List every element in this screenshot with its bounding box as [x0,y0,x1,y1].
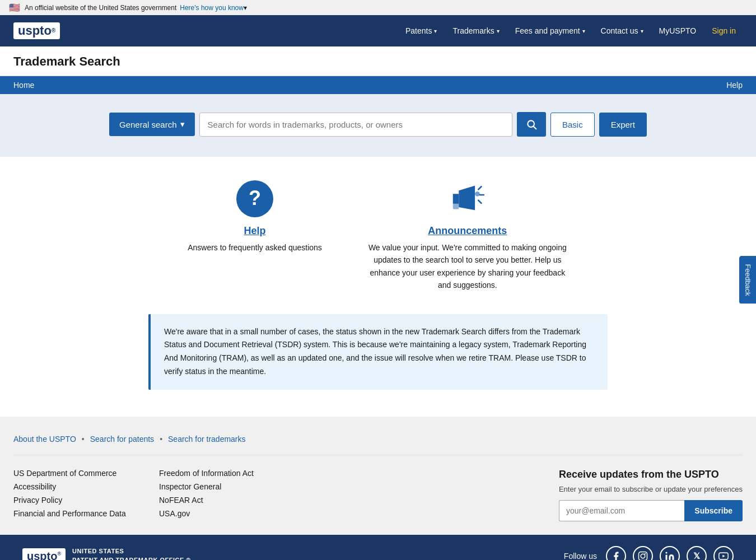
footer-col1: US Department of Commerce Accessibility … [13,469,137,521]
search-container: General search ▾ Basic Expert [109,112,647,137]
logo-wrap: uspto® [13,22,60,39]
fees-caret: ▾ [582,28,585,34]
subscribe-title: Receive updates from the USPTO [559,469,743,480]
search-area: General search ▾ Basic Expert [0,94,756,157]
uspto-logo[interactable]: uspto® [13,22,60,39]
subscribe-form: Subscribe [559,500,743,521]
patents-caret: ▾ [434,28,437,34]
nav-contact[interactable]: Contact us ▾ [594,22,650,40]
trademarks-caret: ▾ [497,28,500,34]
gov-banner-link[interactable]: Here's how you know [180,4,244,12]
basic-view-button[interactable]: Basic [550,113,595,137]
info-cards: ? Help Answers to frequently asked quest… [109,179,647,292]
footer: About the USPTO • Search for patents • S… [0,417,756,560]
footer-patents-link[interactable]: Search for patents [90,435,154,444]
svg-rect-6 [453,203,459,209]
footer-bottom: uspto® UNITED STATES PATENT AND TRADEMAR… [0,535,756,560]
help-icon-wrap: ? [188,179,322,218]
nav-links: Patents ▾ Trademarks ▾ Fees and payment … [399,22,743,40]
footer-col2: Freedom of Information Act Inspector Gen… [159,469,282,521]
svg-marker-4 [453,194,459,204]
notice-box: We're aware that in a small number of ca… [148,314,608,390]
footer-foia-link[interactable]: Freedom of Information Act [159,469,282,478]
svg-point-7 [475,192,480,197]
footer-logo: uspto® [22,548,66,560]
expert-view-button[interactable]: Expert [599,113,647,137]
top-nav: uspto® Patents ▾ Trademarks ▾ Fees and p… [0,15,756,46]
search-input[interactable] [199,113,512,137]
footer-inspector-link[interactable]: Inspector General [159,482,282,491]
svg-text:?: ? [249,186,261,209]
gov-banner-text: An official website of the United States… [25,4,176,12]
help-link[interactable]: Help [244,225,265,236]
instagram-icon[interactable] [633,546,653,560]
page-title-bar: Trademark Search [0,46,756,76]
svg-line-1 [534,127,536,129]
footer-accessibility-link[interactable]: Accessibility [13,482,137,491]
search-type-button[interactable]: General search ▾ [109,113,195,136]
svg-marker-5 [459,185,475,210]
gov-banner: 🇺🇸 An official website of the United Sta… [0,0,756,15]
search-type-label: General search [119,120,177,129]
footer-commerce-link[interactable]: US Department of Commerce [13,469,137,478]
subscribe-email-input[interactable] [559,500,684,521]
footer-middle: US Department of Commerce Accessibility … [13,469,743,521]
contact-caret: ▾ [641,28,643,34]
footer-trademarks-link[interactable]: Search for trademarks [168,435,246,444]
announcements-card: Announcements We value your input. We're… [367,179,568,292]
x-twitter-icon[interactable]: 𝕏 [687,546,707,560]
footer-logo-wrap: uspto® UNITED STATES PATENT AND TRADEMAR… [22,547,191,560]
announcements-icon-wrap [367,179,568,218]
svg-line-8 [478,186,481,189]
svg-line-10 [478,200,481,203]
social-links: Follow us 𝕏 [564,546,734,560]
nav-patents[interactable]: Patents ▾ [399,22,444,40]
announcements-description: We value your input. We're committed to … [367,241,568,292]
footer-logo-text: UNITED STATES PATENT AND TRADEMARK OFFIC… [72,547,191,560]
search-submit-button[interactable] [517,112,546,137]
breadcrumb-bar: Home Help [0,76,756,94]
announcements-icon [448,179,487,218]
nav-trademarks[interactable]: Trademarks ▾ [446,22,506,40]
svg-point-14 [666,552,668,553]
linkedin-icon[interactable] [660,546,680,560]
svg-point-13 [645,553,646,554]
footer-privacy-link[interactable]: Privacy Policy [13,496,137,505]
flag-icon: 🇺🇸 [9,2,20,13]
subscribe-description: Enter your email to subscribe or update … [559,485,743,493]
breadcrumb-home[interactable]: Home [13,81,34,90]
announcements-link[interactable]: Announcements [428,225,507,236]
nav-fees-payment[interactable]: Fees and payment ▾ [508,22,592,40]
nav-myuspto[interactable]: MyUSPTO [652,22,703,40]
page-title: Trademark Search [13,54,743,69]
youtube-icon[interactable] [713,546,734,560]
search-type-caret: ▾ [180,119,185,129]
footer-nav-links: About the USPTO • Search for patents • S… [13,435,246,444]
help-circle-icon: ? [235,179,274,218]
footer-nofear-link[interactable]: NoFEAR Act [159,496,282,505]
footer-usagov-link[interactable]: USA.gov [159,509,282,518]
facebook-icon[interactable] [606,546,626,560]
footer-sep-2: • [160,435,162,444]
sign-in-link[interactable]: Sign in [705,22,743,40]
main-content: ? Help Answers to frequently asked quest… [0,157,756,417]
notice-text: We're aware that in a small number of ca… [164,325,594,379]
help-description: Answers to frequently asked questions [188,241,322,254]
search-icon [526,119,537,130]
footer-performance-link[interactable]: Financial and Performance Data [13,509,137,518]
breadcrumb-help[interactable]: Help [726,81,743,90]
footer-about-link[interactable]: About the USPTO [13,435,76,444]
footer-sep-1: • [82,435,85,444]
help-card: ? Help Answers to frequently asked quest… [188,179,322,292]
svg-marker-15 [722,554,725,557]
follow-us-label: Follow us [564,552,597,560]
gov-banner-caret: ▾ [244,4,247,12]
footer-subscribe: Receive updates from the USPTO Enter you… [559,469,743,521]
svg-point-12 [641,554,645,558]
svg-rect-11 [639,552,647,560]
feedback-tab[interactable]: Feedback [739,256,756,304]
footer-top: About the USPTO • Search for patents • S… [13,435,743,455]
subscribe-button[interactable]: Subscribe [684,500,743,521]
